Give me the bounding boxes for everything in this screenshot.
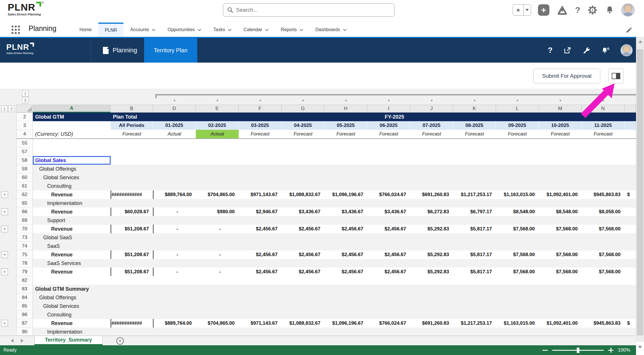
cell-empty[interactable] [282, 199, 324, 208]
cell-empty[interactable] [367, 156, 410, 165]
cell-value[interactable]: $1,096,196.67 [324, 319, 367, 328]
cell-empty[interactable] [153, 147, 196, 156]
cell-empty[interactable] [625, 139, 636, 147]
row-number[interactable]: 57 [16, 147, 33, 156]
cell-empty[interactable] [153, 259, 196, 268]
cell-empty[interactable] [582, 139, 625, 147]
cell-value-partial[interactable]: $ [625, 319, 636, 328]
notification-sound-icon[interactable] [601, 46, 610, 55]
cell-value-partial[interactable] [625, 225, 636, 233]
cell-empty[interactable] [582, 242, 625, 250]
cell-empty[interactable] [196, 259, 239, 268]
cell-empty[interactable] [539, 302, 582, 310]
cell-empty[interactable] [367, 216, 410, 225]
cell-empty[interactable] [111, 156, 153, 165]
cell-empty[interactable] [410, 285, 453, 293]
cell-empty[interactable] [453, 259, 496, 268]
column-header-G[interactable]: G [282, 105, 324, 113]
cell-empty[interactable] [453, 216, 496, 225]
guidance-center-button[interactable] [556, 4, 568, 16]
cell-empty[interactable] [324, 199, 367, 208]
setup-wrench-icon[interactable] [582, 46, 590, 54]
cell-empty[interactable] [453, 276, 496, 285]
cell-month[interactable]: 02-2025 [196, 121, 239, 130]
cell-plan-total-value[interactable]: $51,208.67 [111, 268, 153, 276]
cell-empty[interactable] [453, 242, 496, 250]
cell-value[interactable]: $980.00 [196, 208, 239, 216]
column-header-A[interactable]: A [33, 105, 111, 113]
scroll-up-icon[interactable] [638, 40, 642, 43]
column-header-N[interactable]: N [582, 105, 625, 113]
add-sheet-button[interactable]: + [116, 337, 124, 345]
cell-empty[interactable] [453, 156, 496, 165]
cell-all-periods[interactable]: All Periods [111, 121, 153, 130]
cell-empty[interactable] [111, 139, 153, 147]
console-help-icon[interactable]: ? [548, 46, 553, 55]
cell-label[interactable]: Consulting [33, 310, 111, 319]
cell-empty[interactable] [625, 173, 636, 182]
chevron-down-icon[interactable] [300, 27, 303, 31]
cell-empty[interactable] [367, 302, 410, 310]
cell-empty[interactable] [453, 139, 496, 147]
cell-value[interactable]: $7,568.00 [582, 268, 625, 276]
cell-empty[interactable] [324, 310, 367, 319]
cell-label[interactable]: Revenue [33, 225, 111, 233]
cell-period-type[interactable]: Forecast [453, 130, 496, 139]
row-number[interactable]: 59 [16, 165, 33, 173]
cell-overflow-total[interactable]: ############ [111, 319, 153, 328]
cell-empty[interactable] [625, 259, 636, 268]
cell-empty[interactable] [324, 216, 367, 225]
cell-value[interactable]: $2,456.67 [367, 250, 410, 259]
cell-empty[interactable] [111, 328, 153, 335]
cell-empty[interactable] [282, 285, 324, 293]
row-number[interactable]: 82 [16, 276, 33, 285]
cell-value[interactable]: $945,863.83 [582, 190, 625, 199]
cell-empty[interactable] [410, 165, 453, 173]
scroll-down-icon[interactable] [638, 346, 642, 348]
cell-empty[interactable] [582, 199, 625, 208]
cell-value[interactable]: $6,272.83 [410, 208, 453, 216]
cell-empty[interactable] [453, 310, 496, 319]
column-header-I[interactable]: I [367, 105, 410, 113]
favorites-star-icon[interactable]: ★ [513, 5, 523, 15]
row-number[interactable]: 62 [16, 190, 33, 199]
cell-value[interactable]: $971,143.67 [239, 319, 282, 328]
cell-value[interactable]: $3,436.67 [367, 208, 410, 216]
cell-empty[interactable] [625, 165, 636, 173]
cell-empty[interactable] [582, 165, 625, 173]
cell-label[interactable]: Revenue [33, 250, 111, 259]
cell-empty[interactable] [496, 242, 539, 250]
cell-empty[interactable] [324, 293, 367, 302]
cell-value[interactable]: $8,548.00 [539, 208, 582, 216]
cell-empty[interactable] [496, 259, 539, 268]
cell-empty[interactable] [496, 310, 539, 319]
cell-label[interactable]: Revenue [33, 319, 111, 328]
cell-empty[interactable] [324, 182, 367, 190]
cell-empty[interactable] [196, 233, 239, 242]
cell-empty[interactable] [153, 156, 196, 165]
row-number[interactable]: 66 [16, 208, 33, 216]
cell-empty[interactable] [367, 165, 410, 173]
cell-empty[interactable] [282, 147, 324, 156]
cell-empty[interactable] [539, 242, 582, 250]
cell-empty[interactable] [539, 310, 582, 319]
cell-empty[interactable] [196, 302, 239, 310]
row-number[interactable]: 75 [16, 250, 33, 259]
column-header-H[interactable]: H [324, 105, 367, 113]
row-outline-level-2-button[interactable]: 2 [8, 105, 15, 112]
cell-empty[interactable] [153, 233, 196, 242]
global-search[interactable] [223, 3, 394, 17]
cell-empty[interactable] [367, 276, 410, 285]
cell-empty[interactable] [196, 156, 239, 165]
cell-value[interactable]: $1,092,401.00 [539, 319, 582, 328]
row-number[interactable]: 87 [16, 319, 33, 328]
cell-value[interactable]: $2,456.67 [324, 250, 367, 259]
cell-empty[interactable] [282, 233, 324, 242]
cell-value[interactable]: $2,456.67 [239, 268, 282, 276]
console-app-selector[interactable]: Planning [103, 38, 148, 63]
select-all-corner[interactable] [16, 105, 33, 113]
cell-value[interactable]: $889,764.00 [153, 319, 196, 328]
cell-period-type[interactable]: Forecast [367, 130, 410, 139]
cell-value[interactable]: $3,436.67 [282, 208, 324, 216]
cell-empty[interactable] [324, 147, 367, 156]
